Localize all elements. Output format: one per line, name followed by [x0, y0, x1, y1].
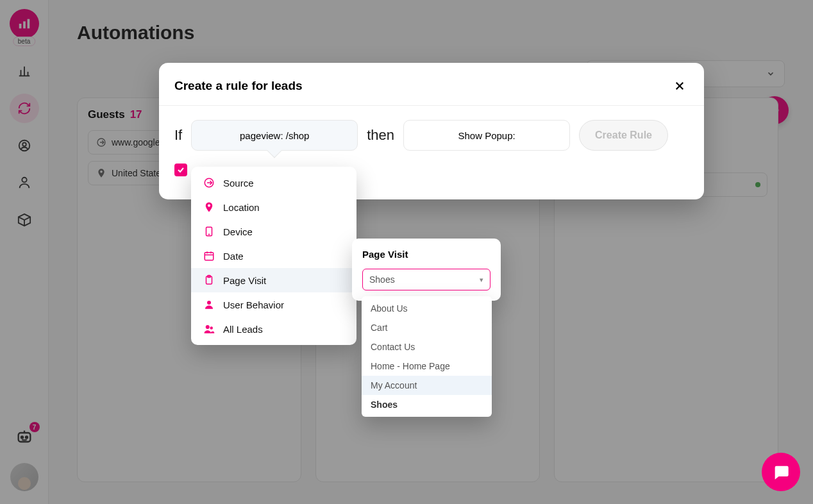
svg-point-30 [210, 326, 214, 330]
close-button[interactable] [671, 77, 689, 95]
condition-menu: Source Location Device Date Page Visit U… [191, 167, 356, 345]
condition-pill[interactable]: pageview: /shop [191, 120, 358, 151]
svg-rect-22 [205, 253, 214, 260]
condition-item-location[interactable]: Location [191, 195, 356, 219]
option-my-account[interactable]: My Account [362, 376, 492, 395]
condition-label: Source [223, 178, 254, 189]
option-contact-us[interactable]: Contact Us [362, 337, 492, 357]
condition-label: User Behavior [223, 299, 284, 310]
option-about-us[interactable]: About Us [362, 299, 492, 318]
chevron-down-icon: ▾ [480, 276, 483, 284]
option-home[interactable]: Home - Home Page [362, 357, 492, 376]
condition-item-user-behavior[interactable]: User Behavior [191, 292, 356, 317]
modal-header: Create a rule for leads [159, 63, 704, 106]
action-pill[interactable]: Show Popup: [403, 120, 570, 151]
option-cart[interactable]: Cart [362, 318, 492, 337]
condition-item-device[interactable]: Device [191, 219, 356, 244]
condition-label: Location [223, 202, 260, 213]
condition-label: Page Visit [223, 275, 266, 286]
svg-point-29 [206, 325, 210, 329]
option-shoes[interactable]: Shoes [362, 395, 492, 414]
condition-item-source[interactable]: Source [191, 171, 356, 195]
source-icon [203, 177, 215, 189]
chat-button[interactable] [762, 453, 800, 491]
users-icon [203, 323, 215, 335]
close-icon [674, 80, 685, 92]
svg-point-28 [207, 301, 211, 305]
page-visit-selected: Shoes [369, 274, 395, 285]
calendar-icon [203, 250, 215, 262]
rule-row: If pageview: /shop then Show Popup: Crea… [174, 120, 689, 151]
apply-checkbox[interactable] [174, 164, 187, 176]
create-rule-button[interactable]: Create Rule [579, 120, 668, 151]
condition-text: pageview: /shop [240, 130, 309, 141]
device-icon [203, 226, 215, 237]
condition-label: Date [223, 251, 244, 262]
chat-icon [772, 463, 790, 481]
action-text: Show Popup: [458, 130, 515, 141]
user-icon [203, 299, 215, 310]
page-visit-title: Page Visit [362, 249, 490, 260]
page-visit-options: About Us Cart Contact Us Home - Home Pag… [362, 296, 492, 417]
if-label: If [174, 127, 182, 144]
condition-item-date[interactable]: Date [191, 244, 356, 268]
condition-label: All Leads [223, 324, 263, 335]
then-label: then [367, 127, 394, 144]
clipboard-icon [203, 274, 215, 286]
page-visit-panel: Page Visit Shoes ▾ [352, 239, 501, 301]
modal-title: Create a rule for leads [174, 79, 303, 93]
location-icon [203, 201, 215, 213]
condition-item-all-leads[interactable]: All Leads [191, 317, 356, 341]
condition-item-page-visit[interactable]: Page Visit [191, 268, 356, 292]
condition-label: Device [223, 226, 253, 237]
page-visit-select[interactable]: Shoes ▾ [362, 269, 490, 290]
check-icon [177, 166, 185, 174]
